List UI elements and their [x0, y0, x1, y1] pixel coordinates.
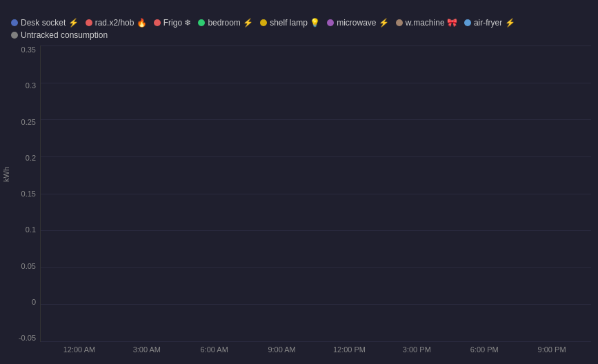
y-tick: 0.35 — [21, 46, 36, 54]
legend-dot — [154, 19, 161, 26]
bar-group — [335, 46, 369, 341]
legend-dot — [86, 19, 92, 26]
bar-group — [46, 46, 81, 341]
y-tick: 0.15 — [21, 190, 36, 198]
x-tick: 9:00 PM — [518, 345, 586, 354]
bar-group — [407, 46, 441, 341]
bar-group — [82, 46, 117, 341]
legend-item: bedroom ⚡ — [198, 18, 253, 28]
bar-group — [479, 46, 513, 341]
chart-area: kWh 0.350.30.250.20.150.10.050-0.05 12:0… — [11, 46, 591, 357]
y-axis: kWh 0.350.30.250.20.150.10.050-0.05 — [11, 46, 40, 357]
bar-group — [443, 46, 477, 341]
legend-item: w.machine 🎀 — [396, 18, 457, 28]
legend-dot — [396, 19, 403, 26]
legend-dot — [327, 19, 334, 26]
legend-item: Untracked consumption — [11, 30, 108, 40]
legend-item: microwave ⚡ — [327, 18, 389, 28]
legend-dot — [11, 19, 18, 26]
legend-label: rad.x2/hob 🔥 — [95, 18, 147, 28]
bar-group — [226, 46, 261, 341]
bar-group — [119, 46, 153, 341]
x-tick: 3:00 PM — [383, 345, 450, 354]
legend-label: Desk socket ⚡ — [21, 18, 79, 28]
x-tick: 12:00 PM — [316, 345, 383, 354]
grid-line — [41, 341, 591, 342]
legend-label: w.machine 🎀 — [406, 18, 457, 28]
legend-item: Frigo ❄ — [154, 18, 192, 28]
legend-label: Frigo ❄ — [163, 18, 192, 28]
y-tick: 0 — [32, 298, 36, 306]
chart-container: Desk socket ⚡rad.x2/hob 🔥Frigo ❄bedroom … — [0, 0, 598, 364]
y-tick: 0.1 — [26, 225, 36, 234]
bars-row — [41, 46, 591, 341]
bar-group — [263, 46, 297, 341]
bar-group — [515, 46, 549, 341]
y-tick: -0.05 — [19, 334, 36, 342]
legend-dot — [260, 19, 267, 26]
y-tick: 0.05 — [21, 262, 36, 270]
y-tick: 0.2 — [26, 154, 36, 162]
x-tick: 12:00 AM — [46, 345, 113, 354]
legend-item: rad.x2/hob 🔥 — [86, 18, 147, 28]
legend-item: Desk socket ⚡ — [11, 18, 79, 28]
x-tick: 6:00 AM — [181, 345, 248, 354]
y-tick: 0.3 — [26, 81, 36, 90]
bar-group — [551, 46, 586, 341]
legend-label: shelf lamp 💡 — [270, 18, 320, 28]
legend-label: air-fryer ⚡ — [474, 18, 515, 28]
grid-and-bars — [40, 46, 591, 342]
x-axis: 12:00 AM3:00 AM6:00 AM9:00 AM12:00 PM3:0… — [40, 342, 591, 357]
legend-item: air-fryer ⚡ — [464, 18, 515, 28]
x-tick: 9:00 AM — [248, 345, 316, 354]
legend-item: shelf lamp 💡 — [260, 18, 320, 28]
bar-group — [190, 46, 225, 341]
legend-label: microwave ⚡ — [337, 18, 389, 28]
bar-group — [155, 46, 189, 341]
legend-label: Untracked consumption — [21, 30, 108, 40]
legend-dot — [11, 32, 18, 39]
legend: Desk socket ⚡rad.x2/hob 🔥Frigo ❄bedroom … — [11, 18, 591, 40]
legend-label: bedroom ⚡ — [208, 18, 253, 28]
legend-dot — [464, 19, 471, 26]
plot-area: 12:00 AM3:00 AM6:00 AM9:00 AM12:00 PM3:0… — [40, 46, 591, 357]
y-tick: 0.25 — [21, 118, 36, 126]
bar-group — [299, 46, 333, 341]
x-tick: 3:00 AM — [113, 345, 181, 354]
x-tick: 6:00 PM — [450, 345, 518, 354]
legend-dot — [198, 19, 205, 26]
y-label-kwh: kWh — [2, 167, 10, 182]
bar-group — [370, 46, 405, 341]
